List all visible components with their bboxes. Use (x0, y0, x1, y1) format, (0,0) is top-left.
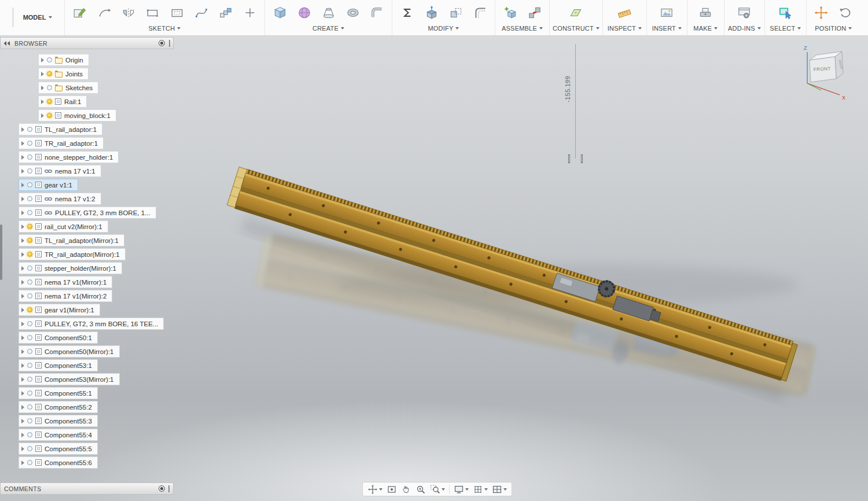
browser-tree-row[interactable]: Origin (38, 54, 89, 66)
expand-arrow-icon[interactable] (21, 433, 24, 437)
browser-tree-row[interactable]: Component50:1 (19, 331, 98, 344)
create-sketch-button[interactable] (68, 2, 91, 24)
visibility-bulb-icon[interactable] (27, 196, 32, 201)
position-menu-button[interactable]: POSITION (810, 24, 858, 34)
loft-button[interactable] (317, 2, 340, 24)
browser-header[interactable]: BROWSER (0, 37, 174, 49)
expand-arrow-icon[interactable] (21, 349, 24, 354)
expand-arrow-icon[interactable] (21, 280, 24, 285)
browser-filter-button[interactable] (159, 40, 165, 46)
browser-tree-row[interactable]: nema 17 v1:1 (19, 165, 101, 177)
visibility-bulb-icon[interactable] (27, 432, 32, 437)
expand-arrow-icon[interactable] (21, 363, 24, 368)
panel-resize-handle[interactable] (168, 485, 170, 492)
expand-arrow-icon[interactable] (41, 113, 44, 118)
expand-arrow-icon[interactable] (41, 72, 44, 76)
panel-resize-handle[interactable] (169, 40, 170, 47)
sketch-menu-button[interactable]: SKETCH (68, 24, 262, 34)
visibility-bulb-icon[interactable] (47, 71, 52, 76)
grid-settings-button[interactable] (471, 483, 490, 496)
visibility-bulb-icon[interactable] (27, 335, 32, 340)
browser-tree-row[interactable]: Component55:4 (19, 429, 98, 441)
sketch-point-button[interactable] (238, 2, 262, 24)
expand-arrow-icon[interactable] (21, 266, 24, 271)
browser-tree-row[interactable]: nema 17 v1(Mirror):2 (19, 290, 112, 302)
visibility-bulb-icon[interactable] (27, 460, 32, 465)
visibility-bulb-icon[interactable] (27, 363, 32, 368)
visibility-bulb-icon[interactable] (47, 113, 52, 118)
expand-arrow-icon[interactable] (21, 405, 24, 410)
assemble-menu-button[interactable]: ASSEMBLE (498, 24, 546, 34)
zoom-window-button[interactable] (428, 483, 447, 496)
construct-plane-button[interactable] (564, 2, 588, 24)
expand-arrow-icon[interactable] (21, 183, 24, 187)
browser-tree-row[interactable]: TR_rail_adaptor:1 (19, 137, 104, 149)
visibility-bulb-icon[interactable] (27, 224, 32, 229)
expand-arrow-icon[interactable] (21, 169, 24, 174)
select-menu-button[interactable]: SELECT (768, 24, 803, 34)
browser-tree-row[interactable]: Component53:1 (19, 359, 98, 371)
visibility-bulb-icon[interactable] (27, 141, 32, 146)
create-menu-button[interactable]: CREATE (268, 24, 389, 34)
expand-arrow-icon[interactable] (21, 419, 24, 423)
visibility-bulb-icon[interactable] (27, 418, 32, 423)
browser-tree-row[interactable]: Sketches (38, 82, 98, 94)
visibility-bulb-icon[interactable] (27, 154, 32, 160)
visibility-bulb-icon[interactable] (27, 210, 32, 215)
browser-tree-row[interactable]: rail_cut v2(Mirror):1 (19, 220, 108, 233)
pan-button[interactable] (399, 483, 413, 496)
expand-arrow-icon[interactable] (21, 308, 24, 312)
view-cube[interactable]: Z X FRONT RIGHT (801, 43, 859, 105)
visibility-bulb-icon[interactable] (27, 446, 32, 451)
new-component-button[interactable] (498, 2, 522, 24)
dimension-grip-left[interactable] (568, 154, 570, 163)
visibility-bulb-icon[interactable] (27, 307, 32, 312)
browser-tree-row[interactable]: Component53(Mirror):1 (19, 373, 120, 385)
expand-arrow-icon[interactable] (21, 252, 24, 257)
expand-arrow-icon[interactable] (21, 224, 24, 229)
project-geometry-button[interactable] (92, 2, 116, 24)
browser-tree-row[interactable]: gear v1:1 (19, 179, 78, 191)
select-tool-button[interactable] (774, 2, 797, 24)
comments-bar[interactable]: COMMENTS (0, 482, 174, 495)
expand-arrow-icon[interactable] (41, 100, 44, 104)
browser-tree-row[interactable]: PULLEY, GT2, 3 mm BORE, 1... (19, 207, 156, 219)
expand-arrow-icon[interactable] (21, 197, 24, 201)
browser-tree-row[interactable]: Component55:1 (19, 387, 98, 399)
pipe-button[interactable] (365, 2, 389, 24)
visibility-bulb-icon[interactable] (27, 321, 32, 326)
expand-arrow-icon[interactable] (21, 391, 24, 396)
addins-menu-button[interactable]: ADD-INS (727, 24, 762, 34)
visibility-bulb-icon[interactable] (27, 391, 32, 396)
browser-tree-row[interactable]: none_stepper_holder:1 (19, 151, 119, 163)
offset-button[interactable] (165, 2, 189, 24)
expand-arrow-icon[interactable] (21, 294, 24, 299)
create-form-button[interactable] (292, 2, 316, 24)
visibility-bulb-icon[interactable] (47, 85, 52, 90)
mirror-sketch-button[interactable] (116, 2, 140, 24)
capture-position-button[interactable] (810, 2, 833, 24)
visibility-bulb-icon[interactable] (27, 127, 32, 132)
pattern-button[interactable] (214, 2, 237, 24)
collapse-panel-button[interactable] (3, 40, 10, 46)
browser-tree-row[interactable]: Component55:3 (19, 415, 98, 427)
insert-image-button[interactable] (655, 2, 679, 24)
visibility-bulb-icon[interactable] (27, 266, 32, 271)
scripts-addins-button[interactable] (733, 2, 756, 24)
visibility-bulb-icon[interactable] (27, 293, 32, 299)
revert-position-button[interactable] (834, 2, 858, 24)
browser-tree-row[interactable]: Component55:5 (19, 443, 98, 455)
expand-arrow-icon[interactable] (21, 141, 24, 146)
orbit-button[interactable] (366, 483, 384, 496)
browser-tree-row[interactable]: moving_block:1 (38, 109, 116, 121)
visibility-bulb-icon[interactable] (27, 168, 32, 174)
expand-arrow-icon[interactable] (21, 461, 24, 465)
visibility-bulb-icon[interactable] (27, 252, 32, 257)
visibility-bulb-icon[interactable] (47, 57, 52, 62)
joint-button[interactable] (523, 2, 546, 24)
coil-button[interactable] (341, 2, 365, 24)
display-settings-button[interactable] (452, 483, 470, 496)
inspect-menu-button[interactable]: INSPECT (606, 24, 643, 34)
expand-arrow-icon[interactable] (21, 127, 24, 132)
make-button[interactable] (694, 2, 718, 24)
